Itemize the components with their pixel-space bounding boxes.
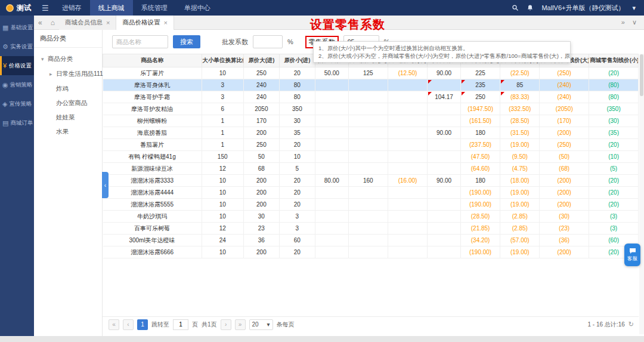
value-cell[interactable] bbox=[348, 163, 388, 175]
value-cell[interactable]: (28.50) bbox=[460, 211, 500, 223]
value-cell[interactable]: (250) bbox=[540, 67, 589, 79]
product-name-cell[interactable]: 溜溜沐浴露4444 bbox=[103, 187, 202, 199]
value-cell[interactable] bbox=[428, 163, 461, 175]
value-cell[interactable]: (34.20) bbox=[460, 235, 500, 247]
sidebar-item[interactable]: ▤商城订单 bbox=[0, 113, 34, 133]
value-cell[interactable] bbox=[428, 223, 461, 235]
wholesale-factor-input[interactable] bbox=[253, 35, 283, 48]
value-cell[interactable]: (19.00) bbox=[500, 139, 540, 151]
column-header[interactable]: 原价大(进) bbox=[243, 54, 279, 67]
value-cell[interactable]: (19.00) bbox=[500, 247, 540, 258]
value-cell[interactable]: (80) bbox=[589, 79, 639, 91]
refresh-icon[interactable]: ↻ bbox=[628, 321, 634, 328]
value-cell[interactable]: (20) bbox=[589, 139, 639, 151]
table-row[interactable]: 百事可乐树莓12233(21.85)(2.85)(23)(3) bbox=[103, 223, 639, 235]
table-row[interactable]: 牛奶沙琪玛10303(28.50)(2.85)(30)(3) bbox=[103, 211, 639, 223]
value-cell[interactable]: 10 bbox=[202, 199, 243, 211]
account-dropdown-icon[interactable]: ▾ bbox=[632, 4, 636, 12]
value-cell[interactable]: 225 bbox=[460, 67, 500, 79]
nav-item[interactable]: 进销存 bbox=[54, 0, 90, 16]
value-cell[interactable]: (57.00) bbox=[500, 235, 540, 247]
value-cell[interactable]: (200) bbox=[540, 187, 589, 199]
value-cell[interactable] bbox=[428, 247, 461, 258]
value-cell[interactable]: 60 bbox=[279, 235, 315, 247]
table-row[interactable]: 溜溜沐浴露55551020020(190.00)(19.00)(200)(20) bbox=[103, 199, 639, 211]
value-cell[interactable]: 10 bbox=[202, 175, 243, 187]
value-cell[interactable]: 20 bbox=[279, 187, 315, 199]
sidebar-item[interactable]: ⚙实务设置 bbox=[0, 37, 34, 56]
nav-item[interactable]: 单据中心 bbox=[176, 0, 219, 16]
value-cell[interactable]: 250 bbox=[243, 139, 279, 151]
table-row[interactable]: 摩洛哥身体乳32408023585(240)(80) bbox=[103, 79, 639, 91]
sidebar-item[interactable]: ◈宣传策略 bbox=[0, 94, 34, 113]
value-cell[interactable] bbox=[348, 91, 388, 103]
value-cell[interactable] bbox=[348, 115, 388, 127]
value-cell[interactable]: 240 bbox=[243, 79, 279, 91]
value-cell[interactable]: 10 bbox=[202, 247, 243, 258]
value-cell[interactable]: (21.85) bbox=[460, 223, 500, 235]
value-cell[interactable]: 5 bbox=[279, 163, 315, 175]
value-cell[interactable] bbox=[315, 91, 348, 103]
value-cell[interactable]: (190.00) bbox=[460, 247, 500, 258]
value-cell[interactable]: 30 bbox=[243, 211, 279, 223]
value-cell[interactable]: (200) bbox=[540, 247, 589, 258]
value-cell[interactable] bbox=[315, 235, 348, 247]
value-cell[interactable] bbox=[428, 187, 461, 199]
value-cell[interactable] bbox=[348, 235, 388, 247]
value-cell[interactable]: 12 bbox=[202, 163, 243, 175]
value-cell[interactable]: 3 bbox=[279, 223, 315, 235]
value-cell[interactable]: (170) bbox=[540, 115, 589, 127]
value-cell[interactable]: (12.50) bbox=[388, 67, 427, 79]
value-cell[interactable]: 1 bbox=[202, 115, 243, 127]
table-row[interactable]: 柳州螺蛳粉117030(161.50)(28.50)(170)(30) bbox=[103, 115, 639, 127]
product-name-cell[interactable]: 番茄薯片 bbox=[103, 139, 202, 151]
table-row[interactable]: 番茄薯片125020(237.50)(19.00)(250)(20) bbox=[103, 139, 639, 151]
tab-close-icon[interactable]: × bbox=[106, 19, 110, 26]
value-cell[interactable]: 85 bbox=[500, 79, 540, 91]
value-cell[interactable]: 160 bbox=[348, 175, 388, 187]
sidebar-item[interactable]: ◉营销策略 bbox=[0, 75, 34, 94]
value-cell[interactable] bbox=[315, 187, 348, 199]
tab[interactable]: 商城会员信息× bbox=[59, 16, 116, 30]
home-icon[interactable]: ⌂ bbox=[47, 19, 59, 27]
product-name-cell[interactable]: 摩洛哥身体乳 bbox=[103, 79, 202, 91]
value-cell[interactable]: (161.50) bbox=[460, 115, 500, 127]
value-cell[interactable]: 80 bbox=[279, 79, 315, 91]
value-cell[interactable]: (36) bbox=[540, 235, 589, 247]
product-name-cell[interactable]: 溜溜沐浴露3333 bbox=[103, 175, 202, 187]
value-cell[interactable] bbox=[388, 79, 427, 91]
table-row[interactable]: 摩洛哥护手霜324080104.17250(83.33)(240)(80) bbox=[103, 91, 639, 103]
value-cell[interactable]: 30 bbox=[279, 115, 315, 127]
value-cell[interactable]: 170 bbox=[243, 115, 279, 127]
value-cell[interactable]: 10 bbox=[202, 67, 243, 79]
value-cell[interactable]: 1 bbox=[202, 127, 243, 139]
tree-expander-icon[interactable]: ▾ bbox=[41, 52, 46, 66]
tree-node[interactable]: 娃娃菜 bbox=[34, 110, 102, 124]
value-cell[interactable]: (80) bbox=[589, 91, 639, 103]
value-cell[interactable]: 20 bbox=[279, 247, 315, 258]
column-header[interactable]: 商城零售划线价(小) bbox=[589, 54, 639, 67]
value-cell[interactable] bbox=[315, 139, 348, 151]
vertical-scrollbar[interactable] bbox=[639, 54, 644, 334]
value-cell[interactable]: (19.00) bbox=[500, 187, 540, 199]
value-cell[interactable]: 235 bbox=[460, 79, 500, 91]
value-cell[interactable]: 24 bbox=[202, 235, 243, 247]
table-row[interactable]: 海底捞番茄12003590.00180(31.50)(200)(35) bbox=[103, 127, 639, 139]
value-cell[interactable]: 3 bbox=[279, 211, 315, 223]
tabs-scroll-left-icon[interactable]: « bbox=[34, 19, 47, 27]
value-cell[interactable]: (3) bbox=[589, 211, 639, 223]
table-row[interactable]: 新源混味绿豆冰12685(64.60)(4.75)(68)(5) bbox=[103, 163, 639, 175]
value-cell[interactable] bbox=[315, 163, 348, 175]
menu-toggle-icon[interactable]: ☰ bbox=[37, 4, 54, 13]
value-cell[interactable]: (3) bbox=[589, 223, 639, 235]
value-cell[interactable] bbox=[388, 139, 427, 151]
value-cell[interactable] bbox=[348, 139, 388, 151]
value-cell[interactable] bbox=[388, 91, 427, 103]
value-cell[interactable]: 200 bbox=[243, 127, 279, 139]
value-cell[interactable]: 36 bbox=[243, 235, 279, 247]
value-cell[interactable] bbox=[348, 187, 388, 199]
value-cell[interactable] bbox=[315, 247, 348, 258]
value-cell[interactable]: 20 bbox=[279, 139, 315, 151]
value-cell[interactable]: 200 bbox=[243, 199, 279, 211]
page-size-select[interactable]: 20 ▾ bbox=[249, 319, 273, 330]
